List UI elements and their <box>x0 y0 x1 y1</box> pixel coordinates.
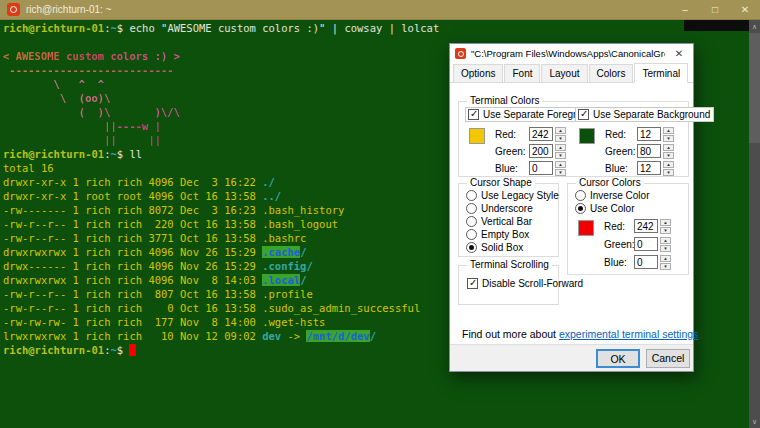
foreground-red-input[interactable] <box>529 127 553 141</box>
console-titlebar: rich@richturn-01: ~ – □ ✕ <box>0 0 760 20</box>
red-label: Red: <box>605 129 626 140</box>
terminal-cursor <box>129 344 136 356</box>
spinner-up-icon[interactable] <box>555 144 566 151</box>
radio-label: Empty Box <box>481 229 529 240</box>
spinner-up-icon[interactable] <box>660 255 671 262</box>
use-separate-background-checkbox[interactable]: Use Separate Background <box>575 107 714 122</box>
blue-label: Blue: <box>495 163 518 174</box>
radio-label: Vertical Bar <box>481 216 532 227</box>
radio-solid-box[interactable]: Solid Box <box>466 242 523 253</box>
scroll-down-icon[interactable] <box>749 415 760 428</box>
radio-label: Inverse Color <box>590 190 649 201</box>
caption-buttons: – □ ✕ <box>670 0 760 19</box>
spinner-up-icon[interactable] <box>555 161 566 168</box>
radio-vertical-bar[interactable]: Vertical Bar <box>466 216 532 227</box>
red-label: Red: <box>604 221 625 232</box>
spinner-up-icon[interactable] <box>663 127 674 134</box>
background-red-spinner <box>663 127 674 142</box>
foreground-blue-spinner <box>555 161 566 176</box>
spinner-down-icon[interactable] <box>555 152 566 159</box>
terminal-scrolling-group: Terminal Scrolling Disable Scroll-Forwar… <box>458 265 559 305</box>
group-label: Cursor Shape <box>467 177 535 188</box>
radio-inverse-color[interactable]: Inverse Color <box>575 190 649 201</box>
cursor-shape-group: Cursor Shape Use Legacy Style Underscore… <box>458 183 559 257</box>
background-blue-input[interactable] <box>637 161 661 175</box>
cancel-button[interactable]: Cancel <box>646 349 690 368</box>
disable-scroll-forward-checkbox[interactable]: Disable Scroll-Forward <box>467 278 583 289</box>
radio-icon <box>466 242 477 253</box>
maximize-button[interactable]: □ <box>700 0 730 19</box>
scrollbar-thumb[interactable] <box>749 33 760 143</box>
cursor-red-input[interactable] <box>634 219 658 233</box>
cursor-colors-group: Cursor Colors Inverse Color Use Color Re… <box>567 183 689 275</box>
foreground-green-input[interactable] <box>529 144 553 158</box>
radio-icon <box>466 229 477 240</box>
tab-terminal[interactable]: Terminal <box>634 63 688 83</box>
terminal-scrollbar[interactable] <box>749 20 760 428</box>
ok-button[interactable]: OK <box>596 349 640 368</box>
close-button[interactable]: ✕ <box>730 0 760 19</box>
tab-colors[interactable]: Colors <box>589 64 634 82</box>
dialog-footer: OK Cancel <box>450 344 693 371</box>
experimental-terminal-settings-link[interactable]: experimental terminal settings <box>559 328 698 340</box>
link-prefix-text: Find out more about <box>462 328 559 340</box>
background-red-input[interactable] <box>637 127 661 141</box>
radio-label: Underscore <box>481 203 533 214</box>
cursor-red-spinner <box>660 219 671 234</box>
checkbox-label: Use Separate Background <box>593 109 710 120</box>
dialog-title: "C:\Program Files\WindowsApps\CanonicalG… <box>471 48 665 59</box>
tab-font[interactable]: Font <box>504 64 540 82</box>
spinner-up-icon[interactable] <box>663 161 674 168</box>
tab-options[interactable]: Options <box>453 64 503 82</box>
radio-icon <box>466 216 477 227</box>
spinner-down-icon[interactable] <box>663 169 674 176</box>
green-label: Green: <box>605 146 636 157</box>
spinner-down-icon[interactable] <box>660 227 671 234</box>
radio-underscore[interactable]: Underscore <box>466 203 533 214</box>
checkbox-icon <box>467 278 478 289</box>
foreground-blue-input[interactable] <box>529 161 553 175</box>
red-label: Red: <box>495 129 516 140</box>
cursor-green-input[interactable] <box>634 237 658 251</box>
console-window: rich@richturn-01: ~ – □ ✕ rich@richturn-… <box>0 0 760 428</box>
cursor-green-spinner <box>660 237 671 252</box>
spinner-up-icon[interactable] <box>660 219 671 226</box>
spinner-down-icon[interactable] <box>660 263 671 270</box>
spinner-up-icon[interactable] <box>555 127 566 134</box>
spinner-down-icon[interactable] <box>660 245 671 252</box>
group-label: Cursor Colors <box>576 177 644 188</box>
minimize-button[interactable]: – <box>670 0 700 19</box>
foreground-green-spinner <box>555 144 566 159</box>
radio-label: Solid Box <box>481 242 523 253</box>
console-overflow-strip <box>684 20 749 31</box>
group-label: Terminal Scrolling <box>467 259 552 270</box>
spinner-down-icon[interactable] <box>663 152 674 159</box>
spinner-up-icon[interactable] <box>660 237 671 244</box>
cursor-color-swatch <box>578 220 594 236</box>
ubuntu-icon <box>455 48 466 59</box>
background-green-input[interactable] <box>637 144 661 158</box>
checkbox-icon <box>468 109 479 120</box>
radio-use-color[interactable]: Use Color <box>575 203 634 214</box>
ubuntu-icon <box>7 3 20 16</box>
tab-layout[interactable]: Layout <box>541 64 587 82</box>
experimental-settings-line: Find out more about experimental termina… <box>462 328 698 340</box>
checkbox-label: Disable Scroll-Forward <box>482 278 583 289</box>
cursor-blue-input[interactable] <box>634 255 658 269</box>
cursor-blue-spinner <box>660 255 671 270</box>
background-blue-spinner <box>663 161 674 176</box>
spinner-up-icon[interactable] <box>663 144 674 151</box>
spinner-down-icon[interactable] <box>555 135 566 142</box>
scroll-up-icon[interactable] <box>749 20 760 33</box>
radio-use-legacy-style[interactable]: Use Legacy Style <box>466 190 559 201</box>
background-color-swatch <box>579 128 595 144</box>
group-label: Terminal Colors <box>467 95 542 106</box>
spinner-down-icon[interactable] <box>555 169 566 176</box>
spinner-down-icon[interactable] <box>663 135 674 142</box>
dialog-tabs: Options Font Layout Colors Terminal <box>450 63 693 83</box>
dialog-close-icon[interactable]: ✕ <box>665 44 693 63</box>
green-label: Green: <box>495 146 526 157</box>
radio-empty-box[interactable]: Empty Box <box>466 229 529 240</box>
terminal-tab-page: Terminal Colors Use Separate Foreground … <box>450 83 693 344</box>
blue-label: Blue: <box>605 163 628 174</box>
